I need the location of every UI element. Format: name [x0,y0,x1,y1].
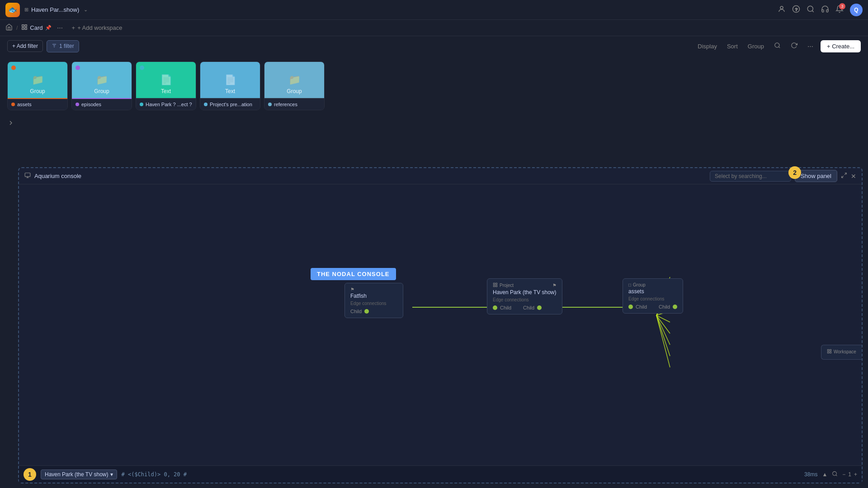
expand-handle[interactable] [0,116,868,131]
zoom-minus-button[interactable]: − [842,471,845,478]
console-search-input[interactable] [710,171,791,182]
add-filter-button[interactable]: + Add filter [7,40,43,52]
group-child-row: Child Child [628,304,677,310]
card-projects-pre[interactable]: 📄 Text Project's pre...ation [200,61,260,110]
toolbar-more-icon[interactable]: ⋯ [805,41,816,52]
app-title: ⊞ Haven Par...show) [24,6,79,13]
workspace-type-label: Workspace [834,349,856,354]
card-episodes[interactable]: 📁 Group episodes [71,61,132,110]
add-workspace-button[interactable]: + + Add workspace [68,23,126,33]
sort-button[interactable]: Sort [724,41,741,52]
workspace-node[interactable]: Workspace [821,345,862,360]
group-child-label: Child [636,304,647,310]
svg-line-15 [844,173,846,175]
breadcrumb-separator: / [16,25,18,31]
project-child-dot-left [493,305,497,310]
bell-icon[interactable]: 3 [835,5,844,15]
console-close-icon[interactable]: ✕ [851,173,856,180]
connections-svg [19,184,862,465]
svg-line-20 [656,315,670,333]
card-dot-assets [11,66,16,70]
workspace-type: Workspace [827,349,856,355]
console-footer: 1 Haven Park (the TV show) ▾ # <($Child)… [19,465,862,483]
card-label-dot-references [268,103,272,106]
console-expand-icon[interactable] [841,172,847,180]
console-header-right: 2 Show panel ✕ [710,170,856,182]
footer-command[interactable]: # <($Child)> 0, 20 # [122,471,187,478]
card-label-haven-park: Haven Park ? ...ect ? [136,98,196,110]
fatfish-child-label: Child [350,309,362,314]
project-node[interactable]: Project ⚑ Haven Park (the TV show) Edge … [487,278,562,314]
create-button[interactable]: + Create... [821,40,861,52]
avatar[interactable]: Q [850,4,863,16]
card-more-icon[interactable]: ⋯ [55,23,65,32]
search-icon[interactable] [807,5,815,15]
console-body: THE NODAL CONSOLE ⚑ Fatfish Edge connect… [19,184,862,465]
display-button[interactable]: Display [695,41,720,52]
show-panel-badge-container: 2 Show panel [795,170,837,182]
breadcrumb-card[interactable]: Card 📌 [21,24,51,32]
card-label-text-episodes: episodes [81,102,101,107]
add-workspace-icon: + [72,24,75,31]
cards-area: 📁 Group assets 📁 Group episodes 📄 Text H… [0,56,868,116]
footer-zoom-search-icon[interactable] [832,471,838,478]
fatfish-node[interactable]: ⚑ Fatfish Edge connections Child [344,283,403,318]
fatfish-child-dot [364,309,369,314]
card-label-text-references: references [274,102,297,107]
svg-line-27 [656,315,670,367]
card-label-text-projects-pre: Project's pre...ation [210,102,252,107]
card-thumb-projects-pre: 📄 Text [200,62,260,98]
headphone-icon[interactable] [821,5,829,15]
svg-rect-34 [827,352,829,353]
footer-up-icon[interactable]: ▲ [822,471,827,478]
console-header: Aquarium console 2 Show panel ✕ [19,168,862,184]
card-grid-icon [21,24,28,32]
app-title-text: Haven Par...show) [31,6,79,13]
card-label-episodes: episodes [72,98,132,110]
card-type-label-episodes: Group [94,88,109,94]
zoom-level: 1 [848,471,851,478]
aquarium-console: Aquarium console 2 Show panel ✕ [18,167,863,483]
toolbar-refresh-icon[interactable] [788,40,800,52]
card-type-icon-haven-park: 📄 [160,74,172,86]
show-panel-button[interactable]: Show panel [795,170,837,182]
group-child-label-right: Child [659,304,670,310]
card-dot-projects-pre [204,66,208,70]
footer-badge: 1 [24,468,36,481]
toolbar-search-icon[interactable] [771,40,783,52]
card-references[interactable]: 📁 Group references [264,61,325,110]
svg-rect-33 [830,349,831,351]
project-child-label-right: Child [523,305,534,310]
project-type-icon [493,282,498,288]
svg-text:?: ? [795,6,798,11]
svg-rect-30 [493,285,495,286]
group-child-dot-left [628,305,633,309]
app-logo: 🐟 [5,3,20,17]
svg-rect-5 [25,25,27,27]
group-button[interactable]: Group [745,41,767,52]
svg-rect-32 [827,349,829,351]
home-icon[interactable] [5,23,13,32]
project-child-row: Child Child [493,305,557,310]
card-thumb-haven-park: 📄 Text [136,62,196,98]
question-icon[interactable]: ? [792,5,800,15]
toolbar: + Add filter 1 filter Display Sort Group… [0,36,868,56]
project-child-dot-right [537,305,542,310]
footer-context-tag[interactable]: Haven Park (the TV show) ▾ [41,469,117,479]
nodal-console-label: THE NODAL CONSOLE [311,268,396,280]
fatfish-connections: Edge connections [350,301,397,306]
card-thumb-episodes: 📁 Group [72,62,132,98]
card-haven-park[interactable]: 📄 Text Haven Park ? ...ect ? [136,61,196,110]
title-chevron-icon[interactable]: ⌄ [84,7,88,13]
footer-context: Haven Park (the TV show) ▾ [41,469,117,479]
group-node[interactable]: □ Group assets Edge connections Child Ch… [623,278,683,314]
card-dot-haven-park [140,66,144,70]
svg-rect-7 [25,28,27,29]
footer-context-chevron: ▾ [110,471,113,478]
filter-button[interactable]: 1 filter [47,40,79,52]
zoom-plus-button[interactable]: + [854,471,857,478]
console-title-icon [24,172,31,180]
card-assets[interactable]: 📁 Group assets [7,61,68,110]
user-icon[interactable] [778,5,786,15]
project-title: Haven Park (the TV show) [493,289,557,296]
